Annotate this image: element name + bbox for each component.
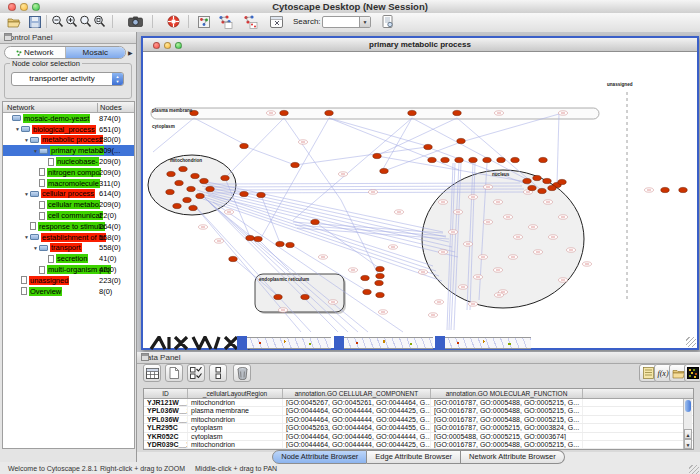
status-pan-hint: Middle-click + drag to PAN [195,465,277,472]
column-header[interactable]: ID [144,389,188,398]
tab-overflow-icon[interactable]: ▶ [128,49,133,56]
tree-row[interactable]: ▼biological_process651(0) [3,124,134,135]
table-row[interactable]: YLR295Ccytoplasm[GO:0045263, GO:0044464,… [144,424,693,432]
expander-icon[interactable]: ▼ [23,137,30,143]
column-header[interactable]: annotation.GO CELLULAR_COMPONENT [283,389,431,398]
table-cell: [GO:0016787, GO:0005488, GO:0005215, G..… [431,407,583,414]
node [428,157,436,162]
node [457,138,465,143]
doc-icon [48,158,54,166]
node [246,235,254,240]
scroll-down-icon[interactable]: ▼ [684,439,692,449]
help-icon[interactable] [166,14,181,29]
background-window-titlebar[interactable] [237,336,247,350]
search-input[interactable]: ▼ [322,16,371,28]
tree-row[interactable]: mosaic-demo-yeast874(0) [3,113,134,124]
expander-icon[interactable]: ▼ [14,126,21,132]
folder-icon [12,115,21,121]
table-cell: mitochondrion [188,399,283,406]
network-canvas[interactable]: plasma membranecytoplasmmitochondrionnuc… [143,52,697,348]
float-panel-icon[interactable] [4,33,12,41]
tree-row[interactable]: unassigned223(0) [3,275,134,286]
tree-row[interactable]: nitrogen compo209(0) [3,167,134,178]
delete-attribute-icon[interactable] [233,364,251,382]
table-scrollbar[interactable]: ▲ ▼ [683,399,692,449]
tree-count: 874(0) [99,114,121,123]
tab-mosaic[interactable]: Mosaic [66,47,126,58]
tree-row[interactable]: ▼transport558(0) [3,243,134,254]
select-attributes-icon[interactable] [187,364,205,382]
expander-icon[interactable]: ▼ [32,148,39,154]
zoom-selected-icon[interactable] [78,14,93,29]
background-window-fragment[interactable] [445,337,531,349]
expander-icon[interactable]: ▼ [23,191,30,197]
birdseye-icon[interactable] [196,14,211,29]
tree-row[interactable]: ▼establishment of lo558(0) [3,232,134,243]
app-resize-grip[interactable] [689,465,699,474]
save-icon[interactable] [27,14,42,29]
open-icon[interactable] [6,14,21,29]
float-panel-icon[interactable] [141,353,149,361]
tab-edge-attribute-browser[interactable]: Edge Attribute Browser [367,450,461,464]
scroll-up-icon[interactable]: ▲ [684,429,692,439]
column-header[interactable]: _cellularLayoutRegion [188,389,283,398]
node [166,189,174,194]
search-field[interactable] [323,17,359,27]
tree-row[interactable]: macromolecule311(0) [3,178,134,189]
unselect-attributes-icon[interactable] [209,364,227,382]
vizmapper-icon[interactable] [218,14,233,29]
expander-icon[interactable]: ▼ [23,234,30,240]
tree-row[interactable]: ▼metabolic process280(0) [3,135,134,146]
table-row[interactable]: YKR052Ccytoplasm[GO:0044464, GO:0044446,… [144,433,693,441]
scrollbar-thumb[interactable] [685,400,691,412]
matrix-icon[interactable] [684,364,700,382]
tree-row[interactable]: nucleobase-209(0) [3,156,134,167]
table-row[interactable]: YJR121W__1mitochondrion[GO:0045267, GO:0… [144,399,693,407]
node [311,219,319,224]
dropdown-stepper-icon[interactable]: ▲▼ [112,73,123,85]
tab-network[interactable]: Network [5,47,65,58]
background-window-fragment[interactable] [247,337,331,349]
zoom-out-icon[interactable] [50,14,65,29]
main-toolbar: Search: ▼ [0,13,700,33]
attribute-table-icon[interactable] [143,364,161,382]
tree-row[interactable]: secretion41(0) [3,253,134,264]
tree-row[interactable]: ▼primary metabo209(... [3,145,134,156]
filter-icon[interactable] [243,14,258,29]
column-header[interactable]: annotation.GO MOLECULAR_FUNCTION [431,389,583,398]
tree-row[interactable]: Overview8(0) [3,286,134,297]
table-row[interactable]: YDR039C__1mitochondrion[GO:0044464, GO:0… [144,441,693,449]
zoom-fit-icon[interactable] [92,14,107,29]
network-window-titlebar[interactable]: primary metabolic process [143,38,697,52]
tree-row[interactable]: multi-organism pro42(0) [3,264,134,275]
tree-row[interactable]: ▼cellular process614(0) [3,189,134,200]
snapshot-icon[interactable] [128,14,143,29]
tree-label: biological_process [32,125,96,134]
node-color-dropdown[interactable]: transporter activity ▲▼ [11,72,124,86]
background-window-fragment[interactable] [344,337,433,349]
view-icon[interactable] [269,14,284,29]
table-row[interactable]: YPL036W__2plasma membrane[GO:0044464, GO… [144,407,693,415]
node [200,178,208,183]
edge [200,183,446,237]
network-view-window[interactable]: primary metabolic process plasma membran… [141,36,699,350]
tree-row[interactable]: cellular metabo209(0) [3,199,134,210]
search-dropdown-icon[interactable]: ▼ [359,17,370,27]
tree-row[interactable]: cell communicat22(0) [3,210,134,221]
zoom-in-icon[interactable] [64,14,79,29]
new-attribute-icon[interactable] [165,364,183,382]
tree-row[interactable]: response to stimulu264(0) [3,221,134,232]
node [189,205,197,210]
expander-icon[interactable]: ▼ [32,245,39,251]
enhanced-search-icon[interactable] [380,14,395,29]
node [221,175,229,180]
table-row[interactable]: YPL036W__1mitochondrion[GO:0044464, GO:0… [144,416,693,424]
table-cell: YLR295C [144,424,188,431]
tab-network-attribute-browser[interactable]: Network Attribute Browser [461,450,565,464]
tree-count: 614(0) [99,189,121,198]
tab-node-attribute-browser[interactable]: Node Attribute Browser [272,450,367,464]
background-window-titlebar[interactable] [435,336,445,350]
tree-label: unassigned [29,276,69,285]
background-window-titlebar[interactable] [334,336,344,350]
node [455,157,463,162]
